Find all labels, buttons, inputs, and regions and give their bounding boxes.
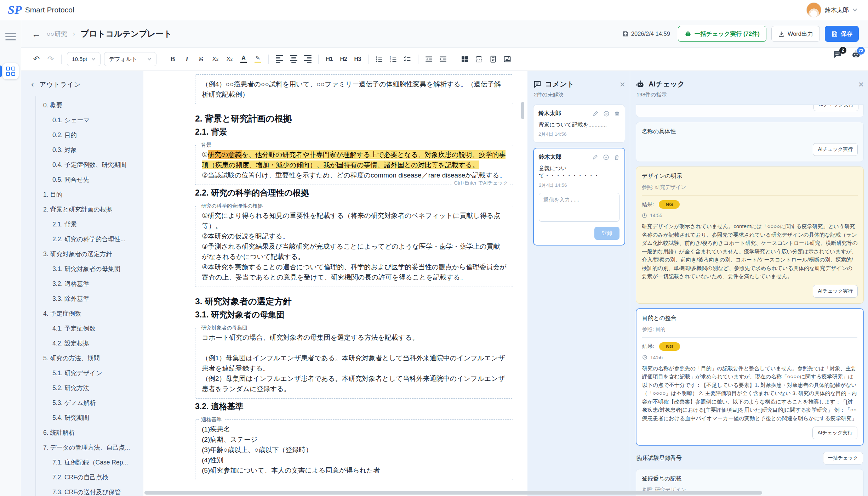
reply-input[interactable]	[539, 193, 619, 222]
horizontal-scrollbar[interactable]	[144, 491, 762, 495]
outline-item[interactable]: 6. 統計解析	[36, 425, 139, 440]
outline-item[interactable]: 5.1. 研究デザイン	[36, 366, 139, 381]
outline-item[interactable]: 5.2. 研究方法	[36, 381, 139, 395]
outline-item[interactable]: 7.3. CRFの送付及び保管	[36, 485, 139, 496]
delete-icon[interactable]	[614, 154, 619, 160]
field-example-box[interactable]: （例4）○○癌患者の○○試料を用いて、○○ファミリー遺伝子の体細胞性変異を解析す…	[195, 74, 513, 104]
field-rationale-box[interactable]: 研究の科学的合理性の根拠 ①研究により得られる知見の重要性を記載する（将来の研究…	[195, 206, 513, 287]
outline-item[interactable]: 7.1. 症例記録（Case Rep...	[36, 455, 139, 470]
edit-icon[interactable]	[592, 154, 598, 160]
ai-check-card-partial[interactable]: AIチェック実行	[636, 105, 864, 117]
ai-check-card-active[interactable]: 目的との整合 参照: 目的 結果: NG 14:56	[636, 308, 864, 446]
strikethrough-button[interactable]: S	[194, 52, 208, 66]
comment-card[interactable]: 鈴木太郎 背景について記載を............ 2月4日 14:56	[533, 105, 625, 143]
outline-item[interactable]: 2.1. 背景	[36, 217, 139, 232]
bold-button[interactable]: B	[166, 52, 179, 66]
font-size-select[interactable]: 10.5pt	[67, 52, 101, 66]
heading-background-group[interactable]: 2. 背景と研究計画の根拠	[195, 113, 513, 124]
close-ai-panel-button[interactable]: ×	[858, 80, 864, 89]
menu-icon[interactable]	[5, 33, 16, 40]
outline-item[interactable]: 3.1. 研究対象者の母集団	[36, 261, 139, 276]
heading-population[interactable]: 3.1. 研究対象者の母集団	[195, 310, 513, 320]
ai-check-toggle-button[interactable]: 72	[851, 50, 861, 59]
outline-item[interactable]: 4.2. 設定根拠	[36, 336, 139, 351]
edit-icon[interactable]	[593, 111, 599, 117]
outline-item[interactable]: 4. 予定症例数	[36, 306, 139, 321]
heading2-button[interactable]: H2	[337, 52, 350, 66]
word-export-button[interactable]: Word出力	[771, 26, 820, 42]
outline-item[interactable]: 2. 背景と研究計画の根拠	[36, 202, 139, 217]
heading1-button[interactable]: H1	[322, 52, 336, 66]
batch-check-section-button[interactable]: 一括チェック	[823, 452, 863, 464]
save-button[interactable]: 保存	[825, 26, 859, 42]
outdent-button[interactable]	[422, 52, 436, 66]
heading-eligibility[interactable]: 3.2. 適格基準	[195, 401, 513, 412]
ai-check-card[interactable]: 名称の具体性 AIチェック実行	[636, 122, 864, 162]
subscript-button[interactable]: X2	[223, 52, 236, 66]
outline-item[interactable]: 3.3. 除外基準	[36, 291, 139, 306]
comment-card-active[interactable]: 鈴木太郎 意義について・・・・・・・・・・ 2月4日 14:56	[533, 148, 625, 246]
heading-rationale[interactable]: 2.2. 研究の科学的合理性の根拠	[195, 188, 513, 198]
reply-submit-button[interactable]: 登録	[594, 227, 619, 240]
collapse-outline-icon[interactable]: ‹	[31, 81, 34, 89]
superscript-button[interactable]: X2	[209, 52, 222, 66]
paragraph-style-select[interactable]: デフォルト	[104, 52, 156, 66]
outline-item[interactable]: 7.2. CRFの自己点検	[36, 470, 139, 485]
outline-item[interactable]: 5. 研究の方法、期間	[36, 351, 139, 366]
outline-item[interactable]: 7. データの管理方法、自己点...	[36, 440, 139, 455]
outline-item[interactable]: 0.4. 予定症例数、研究期間	[36, 157, 139, 172]
outline-item[interactable]: 2.2. 研究の科学的合理性...	[36, 232, 139, 247]
outline-item[interactable]: 0. 概要	[36, 98, 139, 113]
user-menu[interactable]: 鈴木太郎	[806, 2, 857, 17]
delete-icon[interactable]	[614, 111, 620, 117]
checklist-button[interactable]	[401, 52, 414, 66]
breadcrumb-parent[interactable]: ○○研究	[47, 30, 67, 38]
apps-grid-button[interactable]	[2, 63, 19, 79]
resolve-icon[interactable]	[603, 154, 609, 160]
field-eligibility-box[interactable]: 適格基準 (1)疾患名(2)病期、ステージ(3)年齢○歳以上、○歳以下（登録時）…	[195, 419, 513, 480]
align-right-button[interactable]	[301, 52, 314, 66]
ai-check-card-warning[interactable]: デザインの明示 参照: 研究デザイン 結果: NG 14:55	[636, 167, 864, 304]
resolve-icon[interactable]	[603, 111, 610, 117]
comments-toggle-button[interactable]: 2	[833, 50, 843, 59]
document-editor[interactable]: （例4）○○癌患者の○○試料を用いて、○○ファミリー遺伝子の体細胞性変異を解析す…	[143, 71, 527, 496]
outline-item[interactable]: 3.2. 適格基準	[36, 276, 139, 291]
outline-item[interactable]: 0.1. シェーマ	[36, 113, 139, 128]
outline-item[interactable]: 4.1. 予定症例数	[36, 321, 139, 336]
run-ai-check-button[interactable]: AIチェック実行	[813, 143, 858, 156]
insert-document-button[interactable]	[486, 52, 500, 66]
close-comments-button[interactable]: ×	[620, 80, 625, 89]
field-background-box[interactable]: 背景 ①研究の意義を、他分野の研究者や非専門家が理解する上で必要となる、対象疾患…	[195, 145, 513, 185]
outline-item[interactable]: 0.5. 問合せ先	[36, 172, 139, 187]
run-ai-check-button[interactable]: AIチェック実行	[812, 427, 857, 439]
page-break-button[interactable]	[472, 52, 486, 66]
batch-check-button[interactable]: 一括チェック実行 (72件)	[678, 26, 766, 42]
numbered-list-button[interactable]: 123	[387, 52, 400, 66]
undo-button[interactable]: ↶	[30, 52, 43, 66]
run-ai-check-button[interactable]: AIチェック実行	[813, 105, 858, 111]
outline-item[interactable]: 5.4. 研究期間	[36, 410, 139, 425]
indent-button[interactable]	[436, 52, 450, 66]
text-color-button[interactable]: A	[237, 52, 250, 66]
outline-item[interactable]: 5.3. ゲノム解析	[36, 395, 139, 410]
run-ai-check-button[interactable]: AIチェック実行	[813, 285, 858, 298]
heading3-button[interactable]: H3	[351, 52, 364, 66]
highlight-button[interactable]: ✎	[251, 52, 264, 66]
outline-item[interactable]: 0.3. 対象	[36, 142, 139, 157]
align-left-button[interactable]	[273, 52, 286, 66]
insert-table-button[interactable]	[458, 52, 472, 66]
document-vertical-scrollbar[interactable]	[521, 102, 524, 119]
heading-selection-group[interactable]: 3. 研究対象者の選定方針	[195, 296, 513, 307]
outline-item[interactable]: 3. 研究対象者の選定方針	[36, 247, 139, 261]
italic-button[interactable]: I	[180, 52, 194, 66]
avatar[interactable]	[806, 2, 821, 17]
heading-background[interactable]: 2.1. 背景	[195, 127, 513, 137]
field-population-box[interactable]: 研究対象者の母集団 コホート研究の場合、研究対象者の母集団を選定する方法を記載す…	[195, 328, 513, 399]
bullet-list-button[interactable]	[372, 52, 386, 66]
outline-item[interactable]: 0.2. 目的	[36, 128, 139, 142]
align-center-button[interactable]	[287, 52, 300, 66]
insert-image-button[interactable]	[501, 52, 514, 66]
outline-item[interactable]: 1. 目的	[36, 187, 139, 202]
redo-button[interactable]: ↷	[44, 52, 57, 66]
back-arrow-icon[interactable]: ←	[32, 29, 41, 39]
